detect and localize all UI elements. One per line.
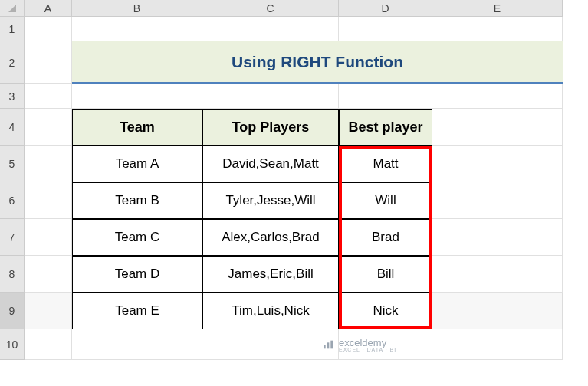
cell-C10[interactable] — [202, 329, 339, 360]
svg-rect-1 — [327, 342, 330, 348]
table-cell[interactable]: Will — [339, 182, 432, 219]
cell-A2[interactable] — [25, 41, 72, 84]
table-cell[interactable]: Alex,Carlos,Brad — [202, 219, 339, 256]
row-header-10[interactable]: 10 — [0, 329, 25, 360]
row-header-9[interactable]: 9 — [0, 293, 25, 329]
row-header-3[interactable]: 3 — [0, 84, 25, 109]
table-header-best-player[interactable]: Best player — [339, 109, 432, 146]
table-cell[interactable]: Nick — [339, 293, 432, 329]
cell-A10[interactable] — [25, 329, 72, 360]
cell-A1[interactable] — [25, 17, 72, 41]
spreadsheet-sheet: Using RIGHT Function exceldemy EXCEL · D… — [0, 0, 588, 386]
cell-E1[interactable] — [432, 17, 563, 41]
table-cell[interactable]: Team A — [72, 146, 202, 182]
row-header-5[interactable]: 5 — [0, 146, 25, 182]
chart-icon — [322, 339, 334, 351]
cell-A5[interactable] — [25, 146, 72, 182]
cell-B3[interactable] — [72, 84, 202, 109]
svg-rect-2 — [330, 341, 333, 349]
table-header-top-players[interactable]: Top Players — [202, 109, 339, 146]
table-cell[interactable]: David,Sean,Matt — [202, 146, 339, 182]
table-cell[interactable]: Tim,Luis,Nick — [202, 293, 339, 329]
table-cell[interactable]: Team C — [72, 219, 202, 256]
cell-E7[interactable] — [432, 219, 563, 256]
watermark-subtext: EXCEL · DATA · BI — [339, 347, 396, 352]
cell-D3[interactable] — [339, 84, 432, 109]
table-cell[interactable]: Brad — [339, 219, 432, 256]
cell-E10[interactable] — [432, 329, 563, 360]
table-cell[interactable]: Bill — [339, 256, 432, 293]
cell-A6[interactable] — [25, 182, 72, 219]
row-header-8[interactable]: 8 — [0, 256, 25, 293]
column-header-C[interactable]: C — [202, 0, 339, 17]
row-header-1[interactable]: 1 — [0, 17, 25, 41]
cell-A4[interactable] — [25, 109, 72, 146]
cell-E4[interactable] — [432, 109, 563, 146]
cell-A7[interactable] — [25, 219, 72, 256]
table-cell[interactable]: Team B — [72, 182, 202, 219]
watermark-logo: exceldemy EXCEL · DATA · BI — [322, 337, 396, 352]
row-header-7[interactable]: 7 — [0, 219, 25, 256]
table-cell[interactable]: James,Eric,Bill — [202, 256, 339, 293]
table-cell[interactable]: Team E — [72, 293, 202, 329]
cell-C1[interactable] — [202, 17, 339, 41]
svg-rect-0 — [324, 345, 326, 348]
cell-C3[interactable] — [202, 84, 339, 109]
column-header-D[interactable]: D — [339, 0, 432, 17]
select-all-corner[interactable] — [0, 0, 25, 17]
cell-E8[interactable] — [432, 256, 563, 293]
cell-B10[interactable] — [72, 329, 202, 360]
cell-B1[interactable] — [72, 17, 202, 41]
row-header-2[interactable]: 2 — [0, 41, 25, 84]
cell-E6[interactable] — [432, 182, 563, 219]
cell-D1[interactable] — [339, 17, 432, 41]
row-header-6[interactable]: 6 — [0, 182, 25, 219]
cell-A3[interactable] — [25, 84, 72, 109]
table-cell[interactable]: Tyler,Jesse,Will — [202, 182, 339, 219]
cell-E3[interactable] — [432, 84, 563, 109]
table-cell[interactable]: Team D — [72, 256, 202, 293]
row-header-4[interactable]: 4 — [0, 109, 25, 146]
table-cell[interactable]: Matt — [339, 146, 432, 182]
table-header-team[interactable]: Team — [72, 109, 202, 146]
column-header-A[interactable]: A — [25, 0, 72, 17]
cell-E5[interactable] — [432, 146, 563, 182]
page-title: Using RIGHT Function — [72, 41, 563, 84]
column-header-B[interactable]: B — [72, 0, 202, 17]
column-header-E[interactable]: E — [432, 0, 563, 17]
cell-A8[interactable] — [25, 256, 72, 293]
